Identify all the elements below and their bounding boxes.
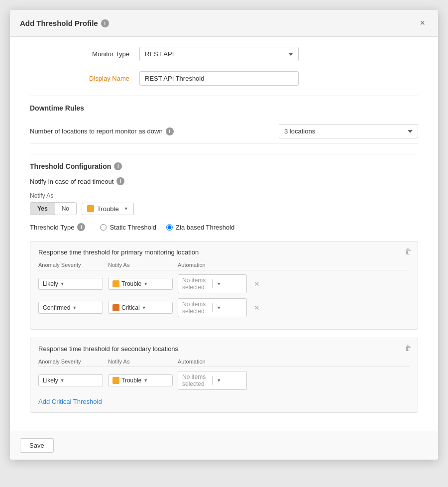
primary-automation-col-header: Automation <box>178 262 277 268</box>
downtime-select-wrap: 3 locations <box>279 124 418 138</box>
modal-footer: Save <box>10 431 438 460</box>
header-info-icon[interactable]: i <box>101 19 109 27</box>
downtime-section: Downtime Rules Number of locations to re… <box>30 104 418 144</box>
modal-title: Add Threshold Profile <box>20 19 98 27</box>
display-name-control: REST API Threshold <box>139 71 299 86</box>
trouble-color-dot <box>87 205 94 212</box>
monitor-type-select[interactable]: REST API <box>139 47 299 61</box>
modal-header: Add Threshold Profile i × <box>10 10 438 37</box>
threshold-config-title: Threshold Configuration i <box>30 162 418 170</box>
secondary-notify-1-dot <box>112 377 119 384</box>
no-button[interactable]: No <box>55 203 76 215</box>
secondary-severity-1[interactable]: Likely ▼ <box>38 374 103 386</box>
secondary-automation-1[interactable]: No items selected ▼ <box>178 371 247 390</box>
threshold-config-section: Threshold Configuration i Notify in case… <box>30 162 418 413</box>
primary-severity-2-chevron: ▼ <box>72 305 77 310</box>
notify-as-label: Notify As <box>30 192 418 199</box>
secondary-threshold-box: Response time threshold for secondary lo… <box>30 338 418 413</box>
secondary-severity-1-chevron: ▼ <box>60 378 65 383</box>
primary-row-1: Likely ▼ Trouble ▼ No items selected ▼ ✕ <box>38 274 410 293</box>
primary-anomaly-col-header: Anomaly Severity <box>38 262 103 268</box>
secondary-automation-col-header: Automation <box>178 359 277 365</box>
downtime-locations-select[interactable]: 3 locations <box>279 124 418 138</box>
threshold-config-info-icon[interactable]: i <box>114 162 122 170</box>
secondary-notify-col-header: Notify As <box>108 359 173 365</box>
display-name-row: Display Name REST API Threshold <box>30 71 418 86</box>
primary-notify-1[interactable]: Trouble ▼ <box>108 278 173 290</box>
secondary-row-1: Likely ▼ Trouble ▼ No items selected ▼ <box>38 371 410 390</box>
primary-notify-2-chevron: ▼ <box>142 305 146 310</box>
divider-2 <box>30 154 418 154</box>
threshold-type-label-group: Threshold Type i <box>30 223 85 231</box>
secondary-notify-1[interactable]: Trouble ▼ <box>108 374 173 386</box>
primary-notify-1-dot <box>112 280 119 287</box>
secondary-box-title: Response time threshold for secondary lo… <box>38 345 410 353</box>
primary-box-title: Response time threshold for primary moni… <box>38 248 410 256</box>
zia-radio[interactable] <box>166 224 173 231</box>
downtime-row: Number of locations to report monitor as… <box>30 119 418 144</box>
primary-remove-2[interactable]: ✕ <box>252 304 262 312</box>
trouble-label: Trouble <box>97 205 119 213</box>
divider-1 <box>30 96 418 96</box>
display-name-input[interactable]: REST API Threshold <box>139 71 299 86</box>
trouble-dropdown[interactable]: Trouble ▼ <box>82 203 134 215</box>
notify-timeout-info-icon[interactable]: i <box>116 177 124 185</box>
threshold-type-info-icon[interactable]: i <box>77 223 85 231</box>
primary-severity-1-chevron: ▼ <box>60 281 65 286</box>
modal-title-group: Add Threshold Profile i <box>20 19 109 27</box>
secondary-trash-icon[interactable]: 🗑 <box>405 344 412 352</box>
secondary-col-headers: Anomaly Severity Notify As Automation <box>38 359 410 367</box>
primary-notify-2[interactable]: Critical ▼ <box>108 302 173 314</box>
primary-remove-1[interactable]: ✕ <box>252 280 262 288</box>
primary-notify-1-chevron: ▼ <box>143 281 148 286</box>
threshold-type-row: Threshold Type i Static Threshold Zia ba… <box>30 223 418 231</box>
monitor-type-row: Monitor Type REST API <box>30 47 418 61</box>
primary-automation-2-arrow[interactable]: ▼ <box>212 303 246 312</box>
primary-severity-2[interactable]: Confirmed ▼ <box>38 302 103 314</box>
zia-threshold-option[interactable]: Zia based Threshold <box>166 224 234 231</box>
downtime-info-icon[interactable]: i <box>166 127 174 135</box>
primary-col-headers: Anomaly Severity Notify As Automation <box>38 262 410 270</box>
monitor-type-label: Monitor Type <box>30 50 139 58</box>
downtime-rule-label: Number of locations to report monitor as… <box>30 127 279 135</box>
save-button[interactable]: Save <box>20 438 54 453</box>
primary-threshold-box: Response time threshold for primary moni… <box>30 241 418 330</box>
primary-trash-icon[interactable]: 🗑 <box>405 247 412 255</box>
add-critical-link[interactable]: Add Critical Threshold <box>38 398 102 405</box>
downtime-title: Downtime Rules <box>30 104 418 112</box>
modal-container: Add Threshold Profile i × Monitor Type R… <box>10 10 438 460</box>
static-radio[interactable] <box>100 224 107 231</box>
secondary-notify-1-chevron: ▼ <box>143 378 148 383</box>
secondary-anomaly-col-header: Anomaly Severity <box>38 359 103 365</box>
primary-row-2: Confirmed ▼ Critical ▼ No items selected… <box>38 298 410 317</box>
notify-timeout-row: Notify in case of read timeout i <box>30 177 418 185</box>
primary-automation-1-arrow[interactable]: ▼ <box>212 279 246 288</box>
toggle-notify-row: Yes No Trouble ▼ <box>30 202 418 215</box>
modal-body: Monitor Type REST API Display Name REST … <box>10 37 438 431</box>
static-threshold-option[interactable]: Static Threshold <box>100 224 156 231</box>
monitor-type-control: REST API <box>139 47 299 61</box>
secondary-automation-1-arrow[interactable]: ▼ <box>212 376 246 385</box>
yes-no-toggle: Yes No <box>30 202 77 215</box>
close-button[interactable]: × <box>417 17 428 29</box>
primary-automation-2[interactable]: No items selected ▼ <box>178 298 247 317</box>
trouble-chevron-icon: ▼ <box>124 206 128 211</box>
primary-severity-1[interactable]: Likely ▼ <box>38 278 103 290</box>
primary-notify-col-header: Notify As <box>108 262 173 268</box>
yes-button[interactable]: Yes <box>30 203 55 215</box>
primary-notify-2-dot <box>112 304 119 311</box>
display-name-label: Display Name <box>30 75 139 82</box>
primary-automation-1[interactable]: No items selected ▼ <box>178 274 247 293</box>
